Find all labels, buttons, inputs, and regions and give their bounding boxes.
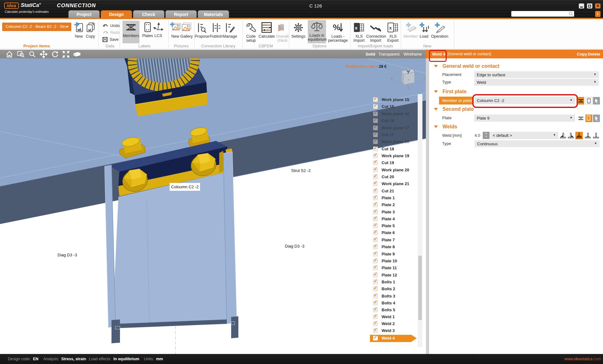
svg-text:x: x	[355, 25, 358, 30]
svg-text:-z: -z	[408, 79, 409, 81]
svg-text:x: x	[389, 25, 392, 30]
svg-text:%: %	[333, 23, 340, 32]
